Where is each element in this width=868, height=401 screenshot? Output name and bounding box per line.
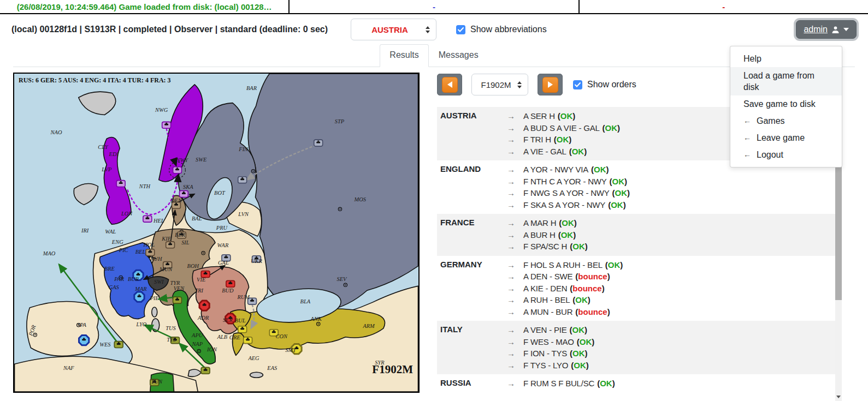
province-label: SPA — [77, 322, 86, 328]
province-label: NWG — [155, 107, 168, 113]
province-label: GRE — [229, 334, 241, 340]
prev-phase-button[interactable] — [437, 74, 462, 95]
next-phase-button[interactable] — [538, 74, 563, 95]
order-result-value: OK — [572, 242, 585, 251]
order-result-value: OK — [594, 165, 606, 174]
order-result-value: OK — [612, 177, 625, 186]
unit-glyph — [119, 182, 123, 184]
tab-results[interactable]: Results — [380, 44, 428, 67]
province-label: NAO — [50, 129, 62, 135]
results-row-germany: GERMANY→F HOL S A RUH - BEL(OK)→A DEN - … — [437, 256, 835, 321]
supply-center-dot — [345, 284, 346, 285]
province-label: BUD — [222, 288, 234, 294]
province-label: BAL — [192, 216, 202, 222]
order-result-value: OK — [572, 147, 584, 156]
province-label: NWY — [176, 157, 189, 163]
order-line: →A BUR H(OK) — [507, 229, 835, 241]
menu-item-help[interactable]: Help — [730, 50, 842, 67]
menu-item-label: Games — [757, 115, 785, 127]
menu-item-leave-game[interactable]: ←Leave game — [730, 129, 842, 146]
order-arrow-icon: → — [507, 361, 523, 370]
province-label: TRI — [194, 288, 203, 294]
province-label: SKA — [183, 184, 193, 190]
show-orders-checkbox[interactable] — [573, 80, 582, 89]
orders-column: →A VEN - PIE(OK)→F WES - MAO(OK)→F ION -… — [507, 324, 835, 371]
scrollbar-thumb[interactable] — [835, 157, 842, 300]
unit-glyph — [145, 218, 149, 219]
province-label: MUN — [159, 266, 173, 272]
menu-item-label: Help — [743, 53, 761, 64]
order-line: →A MUN - BUR(bounce) — [507, 306, 835, 318]
menu-item-label: Logout — [757, 149, 783, 160]
province-label: SIL — [181, 240, 190, 246]
order-line: →A MAR H(OK) — [507, 217, 835, 229]
order-result: ) — [592, 337, 594, 346]
next-phase-icon — [542, 77, 558, 93]
order-result-value: OK — [600, 379, 612, 388]
unit-glyph — [296, 346, 298, 348]
province-label: PIE — [150, 295, 160, 301]
order-result-value: OK — [608, 260, 621, 270]
order-text: F WES - MAO — [523, 337, 574, 346]
order-line: →F NTH C A YOR - NWY(OK) — [507, 176, 835, 188]
menu-item-logout[interactable]: ←Logout — [730, 146, 842, 163]
order-line: →A VEN - PIE(OK) — [507, 324, 835, 336]
order-result: ) — [586, 361, 589, 370]
user-menu-button[interactable]: admin — [796, 20, 857, 39]
order-result-value: OK — [562, 218, 574, 228]
power-name: GERMANY — [440, 259, 507, 318]
power-select[interactable]: AUSTRIA — [351, 19, 436, 40]
order-result: ) — [623, 200, 626, 210]
province-label: WAL — [105, 229, 116, 235]
province-label: PRU — [216, 225, 228, 231]
tab-messages[interactable]: Messages — [429, 44, 488, 67]
order-text: F RUM S F BUL/SC — [523, 379, 594, 388]
power-name: FRANCE — [440, 217, 507, 253]
orders-column: →A YOR - NWY VIA(OK)→F NTH C A YOR - NWY… — [507, 164, 835, 211]
province-label: BUR — [128, 276, 139, 282]
order-arrow-icon: → — [507, 200, 523, 210]
back-arrow-icon: ← — [743, 132, 757, 143]
power-select-value: AUSTRIA — [371, 25, 408, 34]
order-result: ) — [617, 123, 620, 133]
order-result: ) — [584, 147, 587, 156]
map-phase-label: F1902M — [372, 363, 413, 376]
phase-select[interactable]: F1902M — [471, 74, 528, 95]
province-label: SWE — [196, 157, 207, 163]
order-result-value: bounce — [572, 284, 601, 293]
scrollbar-down-arrow[interactable] — [835, 393, 842, 400]
unit-glyph — [148, 251, 152, 253]
menu-item-games[interactable]: ←Games — [730, 112, 842, 129]
menu-item-save-game-to-disk[interactable]: Save game to disk — [730, 95, 842, 112]
order-arrow-icon: → — [507, 135, 523, 144]
power-name: AUSTRIA — [440, 110, 507, 157]
province-label: WES — [99, 342, 111, 348]
unit-glyph — [251, 299, 253, 300]
show-abbreviations-checkbox[interactable] — [456, 25, 465, 34]
unit-glyph — [247, 338, 249, 339]
province-label: VEN — [174, 285, 185, 291]
unit-glyph — [203, 304, 206, 306]
order-arrow-icon: → — [507, 349, 523, 358]
order-text: A MAR H — [523, 218, 556, 228]
check-icon — [575, 82, 581, 87]
orders-column: →F RUM S F BUL/SC(OK) — [507, 378, 835, 390]
game-map[interactable]: RUS: 6 GER: 5 AUS: 4 ENG: 4 ITA: 4 TUR: … — [13, 73, 420, 393]
results-row-italy: ITALY→A VEN - PIE(OK)→F WES - MAO(OK)→F … — [437, 321, 835, 374]
results-row-france: FRANCE→A MAR H(OK)→A BUR H(OK)→F SPA/SC … — [437, 214, 835, 256]
unit-glyph — [137, 273, 139, 274]
prev-phase-icon — [442, 77, 458, 93]
supply-center-dot — [318, 324, 319, 325]
province-label: PIC — [119, 247, 129, 253]
unit-glyph — [316, 142, 320, 143]
unit-glyph — [164, 124, 168, 125]
order-result-value: bounce — [578, 272, 607, 281]
unit-glyph — [117, 343, 121, 345]
supply-center-dot — [198, 350, 199, 351]
unit-glyph — [205, 368, 206, 369]
unit-glyph — [118, 342, 120, 343]
unit-glyph — [146, 217, 148, 218]
menu-item-load-a-game-from-disk[interactable]: Load a game from disk — [730, 67, 842, 95]
header-bar: (local) 00128f1d | S1913R | completed | … — [0, 14, 868, 44]
order-arrow-icon: → — [507, 307, 523, 316]
